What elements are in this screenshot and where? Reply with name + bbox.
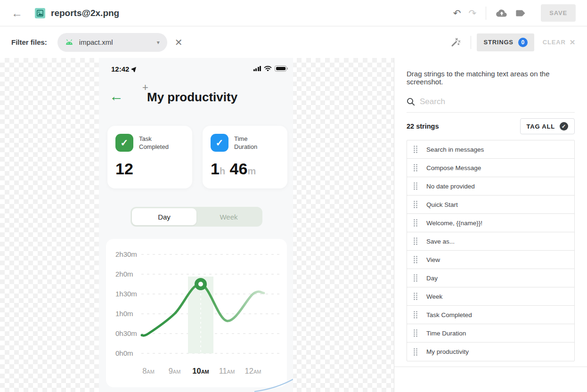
green-check-icon: ✓ [115,134,133,152]
svg-text:0h30m: 0h30m [115,329,137,337]
task-completed-label: TaskCompleted [139,134,169,152]
undo-button[interactable]: ↶ [449,6,465,21]
battery-icon [275,65,286,72]
productivity-line-chart: 2h30m2h0m1h30m1h0m0h30m0h0m8AM9AM10AM11A… [106,239,287,387]
svg-text:2h0m: 2h0m [115,270,133,278]
productivity-chart-card: 2h30m2h0m1h30m1h0m0h30m0h0m8AM9AM10AM11A… [106,239,287,387]
string-list-item[interactable]: Day [407,269,574,287]
save-button[interactable]: SAVE [541,4,576,22]
tag-all-label: TAG ALL [527,123,555,130]
string-list-item[interactable]: Week [407,287,574,306]
count-row: 22 strings TAG ALL ✓ [407,118,575,134]
string-list-item[interactable]: Time Duration [407,324,574,343]
string-list-item[interactable]: Save as... [407,232,574,251]
strings-toggle-button[interactable]: STRINGS 0 [477,33,534,51]
app-window: ← reports@2x.png ↶ ↷ SAV [0,0,587,392]
back-button[interactable]: ← [11,8,23,19]
redo-button[interactable]: ↷ [465,6,481,21]
string-list-item[interactable]: Task Completed [407,306,574,324]
file-filter-select[interactable]: impact.xml ▾ [57,33,167,52]
auto-tag-wand-button[interactable] [446,35,465,50]
magic-wand-icon [450,37,461,48]
string-label: Week [426,293,442,300]
toolbar-divider [486,7,486,20]
strings-panel: Drag strings to the matching text areas … [394,58,587,392]
drag-handle-icon[interactable] [413,145,418,154]
search-input[interactable] [420,97,575,106]
string-list-item[interactable]: Quick Start [407,196,574,214]
clear-file-filter-button[interactable]: ✕ [175,37,183,48]
drag-handle-icon[interactable] [413,237,418,245]
svg-text:2h30m: 2h30m [115,250,137,258]
drag-handle-icon[interactable] [413,255,418,264]
stray-chart-line [254,378,293,392]
signal-strength-icon [253,66,261,71]
strings-button-label: STRINGS [483,39,513,46]
filterbar-divider [471,36,471,49]
svg-text:0h0m: 0h0m [115,349,133,357]
toggle-day-option[interactable]: Day [132,208,196,225]
panel-instruction: Drag strings to the matching text areas … [407,70,575,86]
clear-button-label: CLEAR [543,39,566,46]
filter-bar: Filter files: impact.xml ▾ ✕ STRIN [0,26,587,58]
drag-handle-icon[interactable] [413,329,418,337]
drag-handle-icon[interactable] [413,274,418,282]
drag-handle-icon[interactable] [413,348,418,356]
drag-handle-icon[interactable] [413,163,418,172]
drag-handle-icon[interactable] [413,219,418,227]
tag-all-button[interactable]: TAG ALL ✓ [520,118,575,134]
string-label: My productivity [426,348,469,355]
string-list-item[interactable]: Compose Message [407,159,574,177]
tagged-count-badge: 0 [518,38,528,47]
string-list: Search in messages Compose Message No da… [407,140,575,361]
upload-button[interactable] [492,7,512,20]
wifi-icon [264,65,272,71]
phone-screen-title: My productivity [147,90,237,105]
status-bar-left: 12:42 [111,65,137,73]
undo-icon: ↶ [453,8,461,19]
search-icon [407,98,415,106]
time-duration-card: ✓ TimeDuration 1h 46m [203,126,287,188]
drag-handle-icon[interactable] [413,292,418,301]
string-label: Save as... [426,238,455,245]
search-row [407,97,575,113]
string-list-item[interactable]: Search in messages [407,140,574,159]
time-duration-label: TimeDuration [234,134,257,152]
svg-text:1h30m: 1h30m [115,290,137,298]
phone-back-arrow-icon: ← [109,89,123,103]
android-icon [65,39,73,45]
drag-handle-icon[interactable] [413,310,418,319]
string-list-item[interactable]: No date provided [407,177,574,196]
top-bar: ← reports@2x.png ↶ ↷ SAV [0,0,587,26]
chevron-down-icon: ▾ [157,39,160,46]
status-bar-right [253,65,287,72]
string-label: Day [426,275,438,282]
string-list-item[interactable]: View [407,251,574,269]
check-circle-icon: ✓ [560,122,568,131]
time-duration-value: 1h 46m [211,160,256,178]
location-arrow-icon [131,66,137,72]
tag-icon [515,9,527,17]
string-label: Time Duration [426,330,466,337]
drag-handle-icon[interactable] [413,200,418,209]
image-thumbnail-icon [37,10,43,16]
drag-handle-icon[interactable] [413,182,418,190]
svg-text:10AM: 10AM [192,367,209,375]
string-label: Search in messages [426,146,484,153]
string-list-item[interactable]: My productivity [407,343,574,361]
toggle-week-option[interactable]: Week [196,208,261,225]
clear-tags-button[interactable]: CLEAR ✕ [543,38,576,47]
tag-button[interactable] [512,7,530,19]
task-completed-card: ✓ TaskCompleted 12 [107,126,192,188]
phone-screenshot[interactable]: 12:42 ← + [99,58,293,392]
task-completed-value: 12 [115,160,133,178]
svg-text:9AM: 9AM [169,367,181,375]
status-time: 12:42 [111,65,129,73]
selected-file-name: impact.xml [79,38,157,46]
document-title: reports@2x.png [51,8,119,18]
editor-content: 12:42 ← + [0,58,587,392]
day-week-toggle: Day Week [130,207,262,227]
clear-x-icon: ✕ [570,38,576,47]
string-list-item[interactable]: Welcome, {{name}}! [407,214,574,232]
blue-check-icon: ✓ [211,134,228,152]
